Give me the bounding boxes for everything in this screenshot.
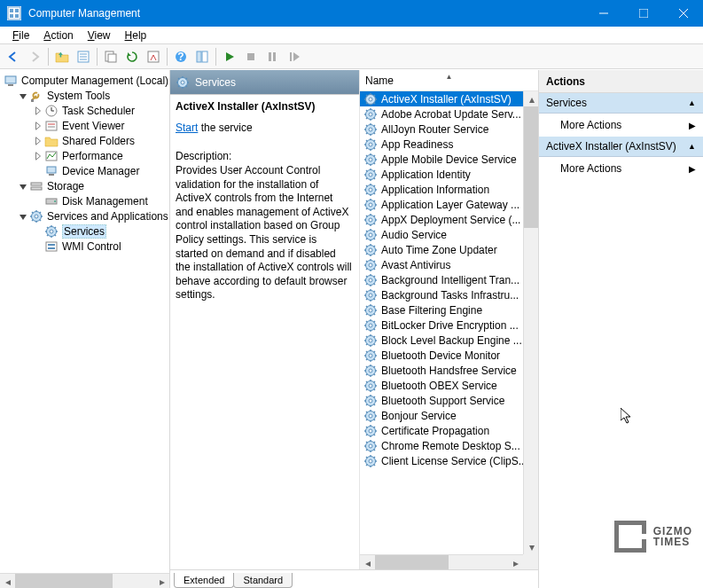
menu-view[interactable]: View <box>81 27 118 43</box>
up-button[interactable] <box>52 47 72 67</box>
tree-item-device-manager[interactable]: Device Manager <box>0 163 169 178</box>
svg-rect-31 <box>269 52 271 61</box>
expander-closed-icon[interactable] <box>34 137 43 145</box>
service-row[interactable]: Avast Antivirus <box>360 257 538 272</box>
tree-root[interactable]: Computer Management (Local) <box>0 73 169 88</box>
description-label: Description: <box>176 150 352 162</box>
svg-rect-14 <box>15 14 19 18</box>
show-hide-button[interactable] <box>192 47 212 67</box>
service-row[interactable]: App Readiness <box>360 137 538 152</box>
service-row[interactable]: Application Layer Gateway ... <box>360 197 538 212</box>
list-header[interactable]: ▲ Name <box>360 70 538 91</box>
scroll-down-button[interactable]: ▾ <box>524 539 538 554</box>
help-button[interactable]: ? <box>171 47 191 67</box>
properties-button[interactable] <box>74 47 93 67</box>
service-row[interactable]: Apple Mobile Device Service <box>360 152 538 167</box>
service-row[interactable]: Chrome Remote Desktop S... <box>360 438 538 453</box>
view-tabs: Extended Standard <box>170 569 538 588</box>
scroll-left-button[interactable]: ◂ <box>0 574 15 588</box>
service-row[interactable]: Background Intelligent Tran... <box>360 272 538 287</box>
tree-item-storage[interactable]: Storage <box>0 178 169 193</box>
tree-item-wmi-control[interactable]: WMI Control <box>0 239 169 254</box>
gear-icon <box>363 92 378 106</box>
tree-item-services[interactable]: Services <box>0 223 169 239</box>
actions-section-services[interactable]: Services ▲ <box>539 93 703 114</box>
service-row[interactable]: AppX Deployment Service (... <box>360 212 538 227</box>
service-row[interactable]: Application Identity <box>360 167 538 182</box>
service-row[interactable]: BitLocker Drive Encryption ... <box>360 318 538 333</box>
tree-item-task-scheduler[interactable]: Task Scheduler <box>0 103 169 118</box>
export-button[interactable] <box>101 47 121 67</box>
window-title: Computer Management <box>28 7 583 20</box>
column-name[interactable]: ▲ Name <box>360 74 538 87</box>
service-row[interactable]: ActiveX Installer (AxInstSV) <box>360 91 538 106</box>
list-scrollbar-h[interactable]: ◂ ▸ <box>360 554 523 569</box>
expander-open-icon[interactable] <box>19 182 27 191</box>
gear-icon <box>363 198 378 212</box>
service-row[interactable]: Bluetooth Handsfree Service <box>360 363 538 378</box>
svg-rect-35 <box>8 84 13 86</box>
service-row[interactable]: Client License Service (ClipS... <box>360 453 538 468</box>
content-panel: Services ActiveX Installer (AxInstSV) St… <box>170 70 539 588</box>
tree-item-disk-management[interactable]: Disk Management <box>0 193 169 208</box>
service-row[interactable]: Bluetooth Device Monitor <box>360 348 538 363</box>
refresh-button[interactable] <box>122 47 142 67</box>
tree-item-services-and-applications[interactable]: Services and Applications <box>0 208 169 223</box>
tree-item-system-tools[interactable]: System Tools <box>0 88 169 103</box>
list-scrollbar-v[interactable]: ▴ ▾ <box>523 91 538 554</box>
svg-rect-32 <box>273 52 276 61</box>
service-row[interactable]: Background Tasks Infrastru... <box>360 287 538 302</box>
expander-closed-icon[interactable] <box>34 106 43 115</box>
expander-closed-icon[interactable] <box>34 122 43 130</box>
minimize-button[interactable] <box>583 0 623 27</box>
stop-service-button[interactable] <box>241 47 261 67</box>
more-actions-services[interactable]: More Actions ▶ <box>539 114 703 137</box>
service-row[interactable]: Base Filtering Engine <box>360 302 538 318</box>
close-button[interactable] <box>663 0 703 27</box>
service-row[interactable]: Adobe Acrobat Update Serv... <box>360 106 538 122</box>
expander-open-icon[interactable] <box>19 91 27 100</box>
tree-item-performance[interactable]: Performance <box>0 148 169 163</box>
service-row[interactable]: Block Level Backup Engine ... <box>360 333 538 348</box>
service-row[interactable]: Bluetooth Support Service <box>360 393 538 408</box>
maximize-button[interactable] <box>623 0 663 27</box>
forward-button[interactable] <box>25 47 44 67</box>
scroll-right-button[interactable]: ▸ <box>154 574 169 588</box>
expander-open-icon[interactable] <box>19 212 27 221</box>
export-list-button[interactable] <box>144 47 163 67</box>
svg-rect-36 <box>31 99 34 102</box>
more-actions-selected[interactable]: More Actions ▶ <box>539 157 703 180</box>
scroll-up-button[interactable]: ▴ <box>524 91 538 106</box>
service-row[interactable]: Auto Time Zone Updater <box>360 242 538 257</box>
gear-icon <box>363 439 378 453</box>
tree-item-shared-folders[interactable]: Shared Folders <box>0 133 169 148</box>
tab-standard[interactable]: Standard <box>233 573 293 588</box>
pause-service-button[interactable] <box>262 47 282 67</box>
scroll-left-button[interactable]: ◂ <box>360 555 375 569</box>
start-service-button[interactable] <box>220 47 239 67</box>
service-row[interactable]: Application Information <box>360 182 538 197</box>
restart-service-button[interactable] <box>284 47 303 67</box>
gear-icon <box>363 394 378 408</box>
tab-extended[interactable]: Extended <box>174 573 234 588</box>
service-row[interactable]: Bonjour Service <box>360 408 538 423</box>
start-link[interactable]: Start <box>176 122 198 134</box>
scroll-right-button[interactable]: ▸ <box>508 555 523 569</box>
gear-icon <box>363 288 378 302</box>
tree[interactable]: Computer Management (Local) System Tools… <box>0 70 169 573</box>
actions-section-selected[interactable]: ActiveX Installer (AxInstSV) ▲ <box>539 137 703 157</box>
menu-action[interactable]: Action <box>36 27 80 43</box>
tree-item-event-viewer[interactable]: Event Viewer <box>0 118 169 133</box>
menu-help[interactable]: Help <box>118 27 154 43</box>
back-button[interactable] <box>4 47 23 67</box>
expander-closed-icon[interactable] <box>34 152 43 161</box>
service-row[interactable]: AllJoyn Router Service <box>360 122 538 137</box>
service-row[interactable]: Audio Service <box>360 227 538 242</box>
service-row[interactable]: Bluetooth OBEX Service <box>360 378 538 393</box>
tree-scrollbar-h[interactable]: ◂ ▸ <box>0 573 169 588</box>
svg-point-49 <box>54 200 56 202</box>
submenu-arrow-icon: ▶ <box>689 164 696 174</box>
menu-file[interactable]: File <box>5 27 36 43</box>
service-row[interactable]: Certificate Propagation <box>360 423 538 438</box>
svg-rect-28 <box>197 51 201 62</box>
